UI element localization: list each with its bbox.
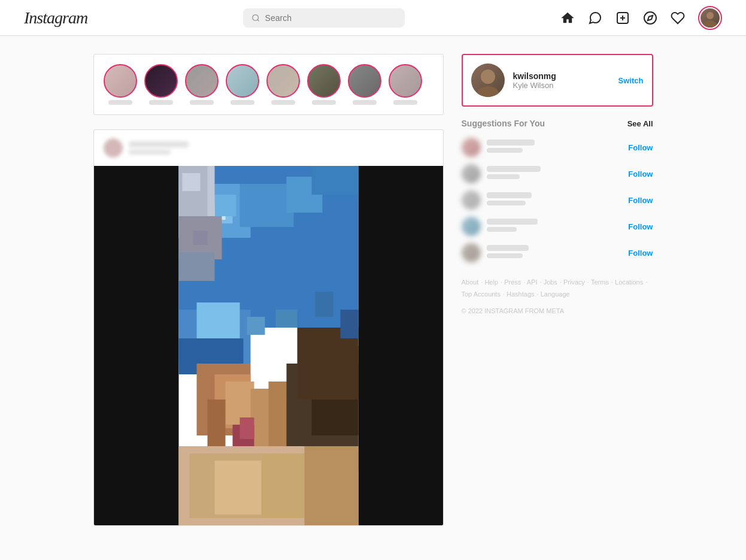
svg-rect-39 <box>304 446 358 525</box>
profile-avatar <box>471 63 505 97</box>
suggestion-avatar-5 <box>462 243 481 262</box>
add-icon[interactable] <box>615 11 630 25</box>
svg-rect-46 <box>247 317 265 335</box>
follow-button-1[interactable]: Follow <box>628 143 653 152</box>
svg-marker-6 <box>648 15 653 20</box>
footer-link-top-accounts[interactable]: Top Accounts <box>462 290 501 298</box>
svg-rect-47 <box>275 310 297 328</box>
home-icon[interactable] <box>560 11 575 25</box>
story-item[interactable] <box>266 64 300 105</box>
footer-link-jobs[interactable]: Jobs <box>544 279 557 286</box>
suggestion-avatar-3 <box>462 190 481 210</box>
svg-rect-17 <box>239 184 293 227</box>
profile-avatar-nav[interactable] <box>698 6 722 30</box>
heart-icon[interactable] <box>671 11 685 25</box>
suggestion-info-3 <box>487 192 623 208</box>
search-input[interactable] <box>265 13 396 23</box>
story-item[interactable] <box>144 64 178 105</box>
navbar: Instagram <box>0 0 746 36</box>
svg-rect-10 <box>358 166 443 525</box>
suggestion-info-1 <box>487 140 623 155</box>
svg-rect-34 <box>239 417 254 439</box>
profile-info: kwilsonmg Kyle Wilson <box>513 71 610 90</box>
svg-point-51 <box>477 86 499 97</box>
story-item[interactable] <box>348 64 381 105</box>
footer-link-language[interactable]: Language <box>541 290 570 298</box>
messenger-icon[interactable] <box>588 11 602 25</box>
main-layout: kwilsonmg Kyle Wilson Switch Suggestions… <box>81 54 665 526</box>
follow-button-5[interactable]: Follow <box>628 249 653 258</box>
see-all-button[interactable]: See All <box>627 119 653 128</box>
suggestion-info-2 <box>487 166 623 181</box>
svg-rect-9 <box>94 166 179 525</box>
story-item[interactable] <box>307 64 341 105</box>
svg-rect-49 <box>340 310 358 338</box>
footer-link-help[interactable]: Help <box>484 279 498 286</box>
suggestion-info-4 <box>487 219 623 234</box>
sidebar-column: kwilsonmg Kyle Wilson Switch Suggestions… <box>462 54 653 526</box>
svg-line-1 <box>257 19 259 21</box>
story-item[interactable] <box>389 64 422 105</box>
svg-point-50 <box>481 69 495 84</box>
post-header <box>94 130 443 166</box>
search-bar[interactable] <box>243 8 405 28</box>
avatar-image <box>700 8 720 28</box>
svg-rect-16 <box>214 195 236 216</box>
story-item[interactable] <box>226 64 259 105</box>
profile-card: kwilsonmg Kyle Wilson Switch <box>462 54 653 107</box>
svg-rect-44 <box>182 173 200 191</box>
navbar-icons <box>560 6 722 30</box>
svg-rect-26 <box>207 399 225 453</box>
post-author-avatar <box>104 138 123 158</box>
profile-username: kwilsonmg <box>513 71 610 81</box>
suggestions-title: Suggestions For You <box>462 119 545 128</box>
svg-rect-21 <box>196 302 239 338</box>
footer-link-row-2: Top Accounts· Hashtags· Language <box>462 289 653 301</box>
footer-link-about[interactable]: About <box>462 279 479 286</box>
suggestion-item-1: Follow <box>462 138 653 157</box>
suggestions-header: Suggestions For You See All <box>462 119 653 128</box>
post-header-info <box>129 141 433 155</box>
search-icon <box>251 13 260 23</box>
follow-button-2[interactable]: Follow <box>628 169 653 178</box>
footer-link-hashtags[interactable]: Hashtags <box>507 290 534 298</box>
suggestion-avatar-2 <box>462 164 481 183</box>
logo: Instagram <box>24 8 87 28</box>
switch-button[interactable]: Switch <box>618 76 644 85</box>
svg-point-5 <box>644 12 656 24</box>
post-image <box>94 166 443 525</box>
story-item[interactable] <box>185 64 219 105</box>
suggestion-item-3: Follow <box>462 190 653 210</box>
footer-link-privacy[interactable]: Privacy <box>563 279 585 286</box>
footer-link-row-1: About· Help· Press· API· Jobs· Privacy· … <box>462 277 653 289</box>
svg-rect-48 <box>315 292 333 317</box>
footer-link-press[interactable]: Press <box>504 279 521 286</box>
feed-column <box>93 54 444 526</box>
svg-point-0 <box>253 14 259 20</box>
suggestion-avatar-1 <box>462 138 481 157</box>
svg-point-7 <box>706 12 714 19</box>
footer-link-terms[interactable]: Terms <box>591 279 609 286</box>
post-container <box>93 129 444 526</box>
svg-rect-45 <box>193 231 207 245</box>
profile-fullname: Kyle Wilson <box>513 81 610 90</box>
story-item[interactable] <box>104 64 137 105</box>
svg-rect-43 <box>178 252 214 281</box>
svg-rect-19 <box>311 166 358 195</box>
footer-link-locations[interactable]: Locations <box>615 279 643 286</box>
stories-container <box>93 54 444 115</box>
footer-link-api[interactable]: API <box>527 279 538 286</box>
footer-copyright: © 2022 INSTAGRAM FROM META <box>462 305 653 317</box>
footer-links: About· Help· Press· API· Jobs· Privacy· … <box>462 277 653 317</box>
suggestion-item-2: Follow <box>462 164 653 183</box>
svg-point-8 <box>703 20 717 28</box>
suggestion-info-5 <box>487 245 623 261</box>
follow-button-4[interactable]: Follow <box>628 222 653 231</box>
follow-button-3[interactable]: Follow <box>628 196 653 205</box>
compass-icon[interactable] <box>643 11 657 25</box>
suggestion-item-4: Follow <box>462 217 653 236</box>
suggestion-avatar-4 <box>462 217 481 236</box>
suggestion-item-5: Follow <box>462 243 653 262</box>
